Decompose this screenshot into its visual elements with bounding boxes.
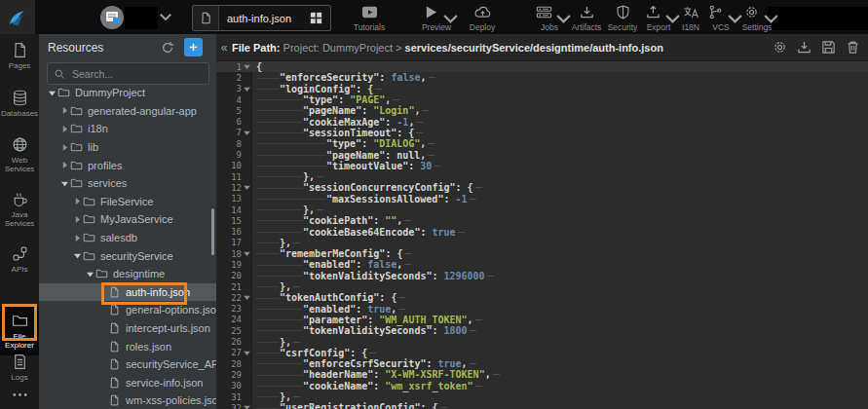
sidebar-item-more[interactable] <box>0 387 39 403</box>
code-line-13[interactable]: 13"maxSessionsAllowed": -1 <box>216 194 868 204</box>
code-line-11[interactable]: 11}, <box>216 171 868 182</box>
fold-arrow-icon[interactable] <box>242 251 251 256</box>
tree-file-auth-info-json[interactable]: auth-info.json <box>39 283 216 302</box>
code-line-8[interactable]: 8"type": "DIALOG", <box>216 138 868 149</box>
tree-file-wm-xss-policies-json[interactable]: wm-xss-policies.json <box>39 391 216 409</box>
code-line-23[interactable]: 23"enabled": true, <box>216 304 868 315</box>
token-p: , <box>391 304 396 315</box>
tree-folder-services[interactable]: services <box>39 174 216 193</box>
code-line-16[interactable]: 16"cookieBase64Encode": true <box>216 226 868 237</box>
toolbar-item-settings[interactable]: Settings <box>735 4 779 32</box>
tree-folder-profiles[interactable]: profiles <box>39 156 216 174</box>
token-k: "cookiePath" <box>303 215 373 226</box>
resources-search[interactable] <box>47 62 209 85</box>
code-line-32[interactable]: 32"userRegistrationConfig": { <box>216 402 868 409</box>
code-line-4[interactable]: 4"type": "PAGE", <box>216 94 868 105</box>
code-line-24[interactable]: 24"parameter": "WM_AUTH_TOKEN", <box>216 315 868 325</box>
grid-icon[interactable] <box>309 11 323 25</box>
toolbar-item-preview[interactable]: Preview <box>413 4 460 32</box>
sidebar-item-java-services[interactable]: Java Services <box>0 191 39 228</box>
code-line-12[interactable]: 12"sessionConcurrencyConfig": { <box>216 182 868 193</box>
sidebar-item-databases[interactable]: Databases <box>0 90 39 118</box>
code-line-15[interactable]: 15"cookiePath": "", <box>216 215 868 226</box>
sidebar-item-apis[interactable]: APIs <box>0 245 39 274</box>
token-p: }, <box>303 204 315 215</box>
tree-folder-salesdb[interactable]: salesdb <box>39 229 216 247</box>
code-text: "tokenValiditySeconds": 1800 <box>251 325 476 336</box>
code-line-7[interactable]: 7"sessionTimeout": { <box>216 128 868 138</box>
code-line-2[interactable]: 2"enforceSecurity": false, <box>216 72 868 83</box>
resources-panel: Resources DummyProjectgenerated-angular-… <box>39 34 216 409</box>
sidebar-item-web-services[interactable]: Web Services <box>0 136 39 173</box>
tree-folder-designtime[interactable]: designtime <box>39 265 216 283</box>
sidebar-item-logs[interactable]: Logs <box>0 353 39 382</box>
tree-folder-myjavaservice[interactable]: MyJavaService <box>39 210 216 229</box>
folder-icon <box>70 105 86 117</box>
tree-folder-lib[interactable]: lib <box>39 138 216 157</box>
toolbar-item-deploy[interactable]: Deploy <box>460 4 505 32</box>
delete-button[interactable] <box>846 40 860 55</box>
line-number: 5 <box>218 106 242 116</box>
toolbar-item-export[interactable]: Export <box>638 4 679 32</box>
sidebar-item-file-explorer[interactable]: File Explorer <box>0 307 39 355</box>
toolbar-item-security[interactable]: Security <box>602 4 643 32</box>
fold-arrow-icon[interactable] <box>242 130 251 135</box>
code-line-20[interactable]: 20"tokenValiditySeconds": 1296000 <box>216 271 868 281</box>
token-p: : <box>338 94 350 105</box>
code-line-1[interactable]: 1{ <box>216 61 868 72</box>
code-line-29[interactable]: 29"headerName": "X-WM-XSRF-TOKEN", <box>216 369 868 380</box>
project-icon[interactable] <box>99 5 125 30</box>
open-file-tab[interactable]: auth-info.json <box>192 5 331 31</box>
code-line-31[interactable]: 31}, <box>216 391 868 402</box>
code-line-25[interactable]: 25"tokenValiditySeconds": 1800 <box>216 325 868 336</box>
code-editor[interactable]: 1{2"enforceSecurity": false,3"loginConfi… <box>216 61 868 409</box>
search-input[interactable] <box>70 67 191 81</box>
save-button[interactable] <box>821 40 836 55</box>
refresh-icon[interactable] <box>161 41 174 55</box>
tree-folder-generated-angular-app[interactable]: generated-angular-app <box>39 102 216 121</box>
code-line-3[interactable]: 3"loginConfig": { <box>216 84 868 94</box>
tree-folder-securityservice[interactable]: securityService <box>39 246 216 265</box>
chevron-down-icon <box>442 12 450 18</box>
fold-arrow-icon[interactable] <box>242 351 251 355</box>
fold-arrow-icon[interactable] <box>242 295 251 300</box>
tree-file-roles-json[interactable]: roles.json <box>39 337 216 355</box>
tree-file-general-options-json[interactable]: general-options.json <box>39 301 216 319</box>
fold-arrow-icon[interactable] <box>242 87 251 92</box>
tree-caret-icon <box>59 107 70 114</box>
fold-arrow-icon[interactable] <box>242 405 251 409</box>
toolbar-item-jobs[interactable]: Jobs <box>528 4 571 32</box>
code-line-19[interactable]: 19"enabled": false, <box>216 259 868 270</box>
code-line-30[interactable]: 30"cookieName": "wm_xsrf_token" <box>216 381 868 391</box>
tree-folder-dummyproject[interactable]: DummyProject <box>39 84 216 102</box>
code-line-27[interactable]: 27"csrfConfig": { <box>216 348 868 358</box>
code-line-17[interactable]: 17}, <box>216 238 868 248</box>
code-line-26[interactable]: 26}, <box>216 336 868 347</box>
code-line-18[interactable]: 18"rememberMeConfig": { <box>216 248 868 259</box>
settings-button[interactable] <box>773 40 787 55</box>
project-chevron-down-icon[interactable] <box>159 13 172 21</box>
tree-file-securityservice-api-json[interactable]: securityService_API.json <box>39 355 216 374</box>
code-line-5[interactable]: 5"pageName": "Login", <box>216 105 868 116</box>
tree-file-intercept-urls-json[interactable]: intercept-urls.json <box>39 319 216 338</box>
tree-scrollbar[interactable] <box>211 208 214 255</box>
fold-arrow-icon[interactable] <box>242 64 251 69</box>
code-line-10[interactable]: 10"timeoutValue": 30 <box>216 161 868 171</box>
sidebar-item-pages[interactable]: Pages <box>0 42 39 70</box>
toolbar-item-tutorials[interactable]: Tutorials <box>347 4 392 32</box>
add-resource-button[interactable] <box>184 38 203 56</box>
download-button[interactable] <box>797 40 811 55</box>
tree-folder-fileservice[interactable]: FileService <box>39 193 216 211</box>
app-logo[interactable] <box>0 0 35 34</box>
code-line-6[interactable]: 6"cookieMaxAge": -1, <box>216 116 868 127</box>
tree-file-service-info-json[interactable]: service-info.json <box>39 374 216 392</box>
code-line-9[interactable]: 9"pageName": null, <box>216 149 868 160</box>
code-line-14[interactable]: 14}, <box>216 204 868 215</box>
collapse-panel-button[interactable]: « <box>216 41 232 55</box>
toolbar-item-artifacts[interactable]: Artifacts <box>566 4 607 32</box>
code-line-21[interactable]: 21}, <box>216 281 868 292</box>
code-line-22[interactable]: 22"tokenAuthConfig": { <box>216 292 868 303</box>
code-line-28[interactable]: 28"enforceCsrfSecurity": true, <box>216 358 868 369</box>
fold-arrow-icon[interactable] <box>242 185 251 190</box>
tree-folder-i18n[interactable]: i18n <box>39 120 216 138</box>
